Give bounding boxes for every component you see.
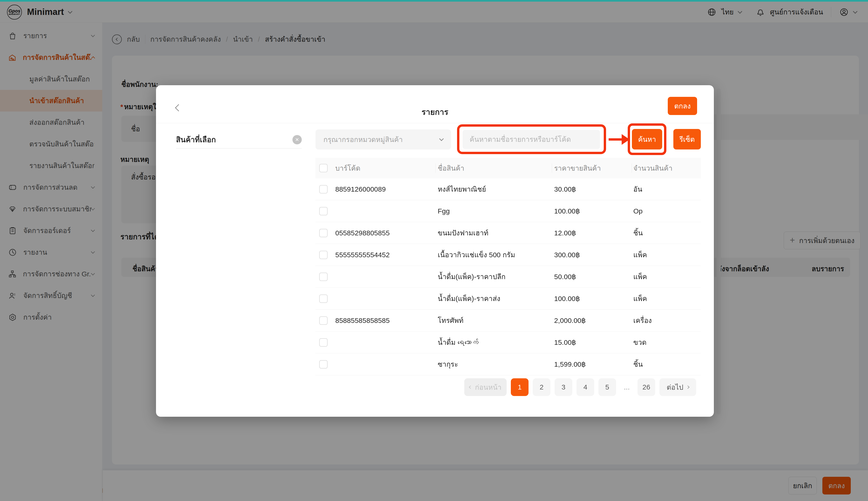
col-price: ราคาขายสินค้า: [554, 163, 633, 174]
barcode-cell: 85885585858585: [335, 317, 438, 324]
barcode-cell: 55555555554452: [335, 251, 438, 259]
pagination-page-26[interactable]: 26: [637, 378, 655, 396]
top-teal-strip: [0, 0, 868, 2]
chevron-left-icon: [469, 385, 472, 389]
price-cell: 50.00฿: [554, 273, 633, 281]
row-checkbox[interactable]: [319, 229, 328, 237]
table-row: ซากุระ1,599.00฿ชิ้น: [315, 353, 701, 375]
category-select[interactable]: กรุณากรอกหมวดหมู่สินค้า: [315, 129, 451, 149]
price-cell: 100.00฿: [554, 207, 633, 215]
row-checkbox[interactable]: [319, 185, 328, 193]
product-name-cell: หงส์ไทยพาณิชย์: [438, 184, 554, 195]
unit-cell: อัน: [633, 184, 701, 195]
price-cell: 12.00฿: [554, 229, 633, 237]
table-row: 85885585858585โทรศัพท์2,000.00฿เครื่อง: [315, 310, 701, 331]
pagination-next-button[interactable]: ต่อไป: [660, 378, 696, 396]
unit-cell: ชิ้น: [633, 227, 701, 238]
table-row: 05585298805855ขนมปังฟามเฮาท์12.00฿ชิ้น: [315, 222, 701, 244]
annotation-arrow: [609, 138, 622, 141]
unit-cell: ชิ้น: [633, 359, 701, 370]
unit-cell: Op: [633, 207, 701, 215]
unit-cell: ขวด: [633, 337, 701, 348]
product-name-cell: ซากุระ: [438, 359, 554, 370]
table-row: 8859126000089หงส์ไทยพาณิชย์30.00฿อัน: [315, 178, 701, 200]
price-cell: 2,000.00฿: [554, 316, 633, 324]
pagination-page-4[interactable]: 4: [577, 378, 594, 396]
search-button[interactable]: ค้นหา: [632, 129, 662, 149]
row-checkbox[interactable]: [319, 316, 328, 325]
pagination-ellipsis[interactable]: ...: [620, 383, 633, 391]
product-table-header: บาร์โค้ด ชื่อสินค้า ราคาขายสินค้า จำนวนส…: [315, 158, 701, 178]
price-cell: 15.00฿: [554, 338, 633, 347]
category-chevron-down-icon: [439, 136, 444, 141]
product-name-cell: Fgg: [438, 207, 554, 215]
product-name-cell: ขนมปังฟามเฮาท์: [438, 227, 554, 238]
table-row: น้ำดื่ม ရေသောက်15.00฿ขวด: [315, 331, 701, 353]
row-checkbox[interactable]: [319, 273, 328, 281]
category-placeholder: กรุณากรอกหมวดหมู่สินค้า: [323, 134, 403, 145]
product-name-cell: เนื้อวากิวแช่แข็ง 500 กรัม: [438, 249, 554, 260]
chevron-right-icon: [686, 385, 689, 389]
barcode-cell: 05585298805855: [335, 229, 438, 237]
selected-products-label: สินค้าที่เลือก: [176, 134, 216, 146]
annotation-arrow-head: [622, 134, 630, 145]
selected-products-panel: สินค้าที่เลือก ×: [176, 131, 302, 149]
col-qty: จำนวนสินค้า: [633, 163, 701, 174]
barcode-cell: 8859126000089: [335, 185, 438, 193]
clear-selected-icon[interactable]: ×: [292, 135, 302, 144]
modal-title: รายการ: [156, 106, 714, 118]
col-product-name: ชื่อสินค้า: [438, 163, 554, 174]
pagination-page-3[interactable]: 3: [555, 378, 572, 396]
unit-cell: แพ็ค: [633, 249, 701, 260]
table-row: 55555555554452เนื้อวากิวแช่แข็ง 500 กรัม…: [315, 244, 701, 266]
pagination-page-1[interactable]: 1: [511, 378, 528, 396]
price-cell: 30.00฿: [554, 185, 633, 193]
row-checkbox[interactable]: [319, 295, 328, 303]
price-cell: 100.00฿: [554, 295, 633, 303]
pagination-prev-button[interactable]: ก่อนหน้า: [464, 378, 507, 396]
reset-button[interactable]: รีเซ็ต: [673, 129, 701, 149]
pagination-page-2[interactable]: 2: [533, 378, 550, 396]
row-checkbox[interactable]: [319, 338, 328, 347]
row-checkbox[interactable]: [319, 360, 328, 369]
product-name-cell: โทรศัพท์: [438, 315, 554, 326]
modal-divider: [156, 123, 714, 123]
row-checkbox[interactable]: [319, 207, 328, 215]
table-row: Fgg100.00฿Op: [315, 200, 701, 222]
modal-scrollbar[interactable]: [717, 88, 721, 414]
table-row: น้ำดื่ม(แพ็ค)-ราคาปลีก50.00฿แพ็ค: [315, 266, 701, 288]
col-barcode: บาร์โค้ด: [335, 163, 438, 174]
unit-cell: แพ็ค: [633, 271, 701, 282]
price-cell: 1,599.00฿: [554, 360, 633, 368]
product-table: บาร์โค้ด ชื่อสินค้า ราคาขายสินค้า จำนวนส…: [315, 158, 701, 375]
row-checkbox[interactable]: [319, 251, 328, 259]
unit-cell: แพ็ค: [633, 293, 701, 304]
product-name-cell: น้ำดื่ม ရေသောက်: [438, 337, 554, 348]
modal-ok-button[interactable]: ตกลง: [668, 97, 697, 115]
product-name-cell: น้ำดื่ม(แพ็ค)-ราคาปลีก: [438, 271, 554, 282]
product-list-modal: รายการ ตกลง สินค้าที่เลือก × กรุณากรอกหม…: [156, 85, 714, 417]
table-row: น้ำดื่ม(แพ็ค)-ราคาส่ง100.00฿แพ็ค: [315, 288, 701, 310]
search-input[interactable]: [463, 130, 600, 149]
product-name-cell: น้ำดื่ม(แพ็ค)-ราคาส่ง: [438, 293, 554, 304]
product-table-body: 8859126000089หงส์ไทยพาณิชย์30.00฿อันFgg1…: [315, 178, 701, 375]
select-all-checkbox[interactable]: [319, 164, 328, 172]
pagination-page-5[interactable]: 5: [598, 378, 616, 396]
pagination: ก่อนหน้า12345...26ต่อไป: [464, 378, 696, 396]
price-cell: 300.00฿: [554, 251, 633, 259]
unit-cell: เครื่อง: [633, 315, 701, 326]
